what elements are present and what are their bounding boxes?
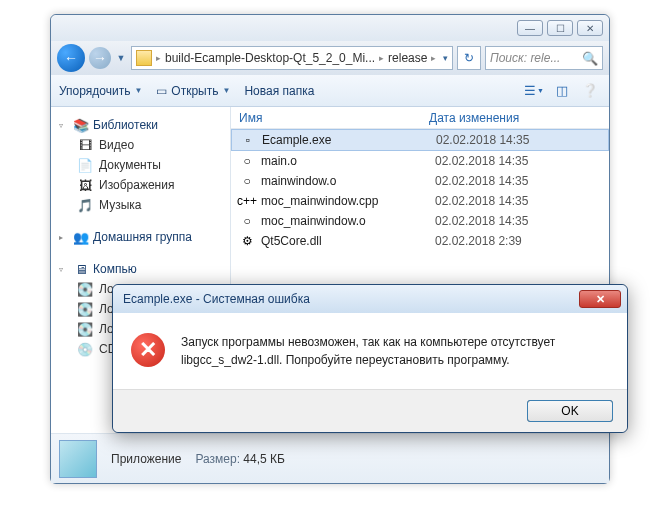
file-name: moc_mainwindow.cpp [261, 194, 429, 208]
open-button[interactable]: ▭ Открыть ▼ [156, 84, 230, 98]
search-placeholder: Поиск: rele... [490, 51, 560, 65]
error-icon: ✕ [131, 333, 165, 367]
pictures-icon: 🖼 [77, 177, 93, 193]
breadcrumb[interactable]: ▸ build-Ecample-Desktop-Qt_5_2_0_Mi... ▸… [131, 46, 453, 70]
sidebar-homegroup[interactable]: ▸ 👥 Домашняя группа [55, 227, 226, 247]
breadcrumb-segment[interactable]: build-Ecample-Desktop-Qt_5_2_0_Mi... [165, 51, 375, 65]
status-size: Размер: 44,5 КБ [195, 452, 284, 466]
organize-label: Упорядочить [59, 84, 130, 98]
file-name: Qt5Core.dll [261, 234, 429, 248]
nav-forward-button[interactable]: → [89, 47, 111, 69]
command-bar: Упорядочить ▼ ▭ Открыть ▼ Новая папка ☰▼… [51, 75, 609, 107]
video-icon: 🎞 [77, 137, 93, 153]
homegroup-icon: 👥 [73, 229, 89, 245]
file-date: 02.02.2018 2:39 [435, 234, 522, 248]
sidebar-item-pictures[interactable]: 🖼Изображения [55, 175, 226, 195]
close-button[interactable]: ✕ [577, 20, 603, 36]
breadcrumb-dropdown[interactable]: ▾ [443, 53, 448, 63]
dialog-message: Запуск программы невозможен, так как на … [181, 333, 609, 369]
new-folder-button[interactable]: Новая папка [244, 84, 314, 98]
preview-pane-button[interactable]: ◫ [551, 81, 573, 101]
file-name: moc_mainwindow.o [261, 214, 429, 228]
organize-menu[interactable]: Упорядочить ▼ [59, 84, 142, 98]
folder-icon [136, 50, 152, 66]
sidebar-item-music[interactable]: 🎵Музыка [55, 195, 226, 215]
dialog-body: ✕ Запуск программы невозможен, так как н… [113, 313, 627, 389]
chevron-down-icon: ▼ [134, 86, 142, 95]
file-icon: ○ [239, 173, 255, 189]
file-icon: c++ [239, 193, 255, 209]
drive-icon: 💽 [77, 281, 93, 297]
sidebar-item-label: Документы [99, 158, 161, 172]
file-date: 02.02.2018 14:35 [435, 174, 528, 188]
drive-icon: 💽 [77, 301, 93, 317]
nav-history-dropdown[interactable]: ▼ [115, 48, 127, 68]
help-button[interactable]: ❔ [579, 81, 601, 101]
sidebar-label: Компью [93, 262, 137, 276]
collapse-icon: ▿ [59, 121, 69, 130]
dialog-title: Ecample.exe - Системная ошибка [123, 292, 310, 306]
breadcrumb-segment[interactable]: release [388, 51, 427, 65]
cd-icon: 💿 [77, 341, 93, 357]
file-icon: ⚙ [239, 233, 255, 249]
computer-icon: 🖥 [73, 261, 89, 277]
ok-button[interactable]: OK [527, 400, 613, 422]
file-thumbnail [59, 440, 97, 478]
file-row[interactable]: ○moc_mainwindow.o02.02.2018 14:35 [231, 211, 609, 231]
sidebar-item-label: Видео [99, 138, 134, 152]
sidebar-item-label: Музыка [99, 198, 141, 212]
sidebar-computer[interactable]: ▿ 🖥 Компью [55, 259, 226, 279]
file-row[interactable]: ○main.o02.02.2018 14:35 [231, 151, 609, 171]
file-icon: ○ [239, 213, 255, 229]
column-name[interactable]: Имя [239, 111, 429, 125]
file-icon: ▫ [240, 132, 256, 148]
status-type-label: Приложение [111, 452, 181, 466]
chevron-down-icon: ▼ [222, 86, 230, 95]
window-titlebar: — ☐ ✕ [51, 15, 609, 41]
error-dialog: Ecample.exe - Системная ошибка ✕ ✕ Запус… [112, 284, 628, 433]
sidebar-libraries[interactable]: ▿ 📚 Библиотеки [55, 115, 226, 135]
column-headers: Имя Дата изменения [231, 107, 609, 129]
file-list: ▫Ecample.exe02.02.2018 14:35○main.o02.02… [231, 129, 609, 251]
dialog-titlebar: Ecample.exe - Системная ошибка ✕ [113, 285, 627, 313]
documents-icon: 📄 [77, 157, 93, 173]
sidebar-item-documents[interactable]: 📄Документы [55, 155, 226, 175]
file-date: 02.02.2018 14:35 [435, 154, 528, 168]
search-icon: 🔍 [582, 50, 598, 66]
open-icon: ▭ [156, 84, 167, 98]
file-date: 02.02.2018 14:35 [435, 194, 528, 208]
dialog-footer: OK [113, 389, 627, 432]
file-row[interactable]: ○mainwindow.o02.02.2018 14:35 [231, 171, 609, 191]
file-row[interactable]: c++moc_mainwindow.cpp02.02.2018 14:35 [231, 191, 609, 211]
file-row[interactable]: ▫Ecample.exe02.02.2018 14:35 [231, 129, 609, 151]
nav-back-button[interactable]: ← [57, 44, 85, 72]
view-options-button[interactable]: ☰▼ [523, 81, 545, 101]
sidebar-item-video[interactable]: 🎞Видео [55, 135, 226, 155]
file-row[interactable]: ⚙Qt5Core.dll02.02.2018 2:39 [231, 231, 609, 251]
sidebar-item-label: Изображения [99, 178, 174, 192]
music-icon: 🎵 [77, 197, 93, 213]
open-label: Открыть [171, 84, 218, 98]
maximize-button[interactable]: ☐ [547, 20, 573, 36]
chevron-right-icon: ▸ [156, 53, 161, 63]
sidebar-label: Домашняя группа [93, 230, 192, 244]
sidebar-label: Библиотеки [93, 118, 158, 132]
refresh-button[interactable]: ↻ [457, 46, 481, 70]
details-pane: Приложение Размер: 44,5 КБ [51, 433, 609, 483]
dialog-close-button[interactable]: ✕ [579, 290, 621, 308]
drive-icon: 💽 [77, 321, 93, 337]
column-date[interactable]: Дата изменения [429, 111, 601, 125]
status-size-value: 44,5 КБ [243, 452, 285, 466]
libraries-icon: 📚 [73, 117, 89, 133]
file-date: 02.02.2018 14:35 [435, 214, 528, 228]
file-name: main.o [261, 154, 429, 168]
status-type: Приложение [111, 452, 181, 466]
chevron-right-icon: ▸ [431, 53, 436, 63]
expand-icon: ▸ [59, 233, 69, 242]
file-date: 02.02.2018 14:35 [436, 133, 529, 147]
file-icon: ○ [239, 153, 255, 169]
minimize-button[interactable]: — [517, 20, 543, 36]
collapse-icon: ▿ [59, 265, 69, 274]
search-input[interactable]: Поиск: rele... 🔍 [485, 46, 603, 70]
file-name: Ecample.exe [262, 133, 430, 147]
